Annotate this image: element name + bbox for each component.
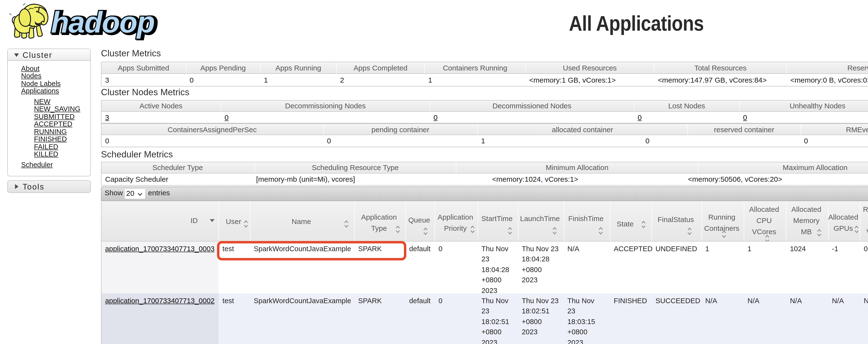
svg-text:hadoop: hadoop (51, 6, 154, 39)
